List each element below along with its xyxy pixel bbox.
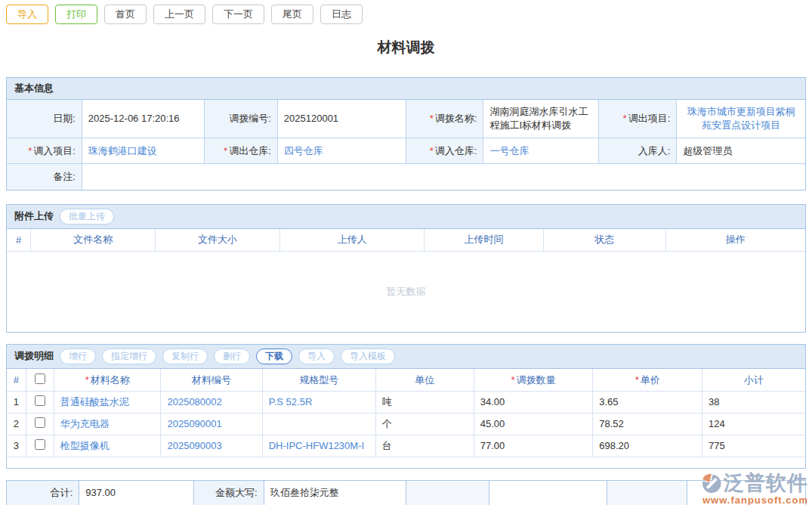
row-select-cell — [26, 391, 54, 413]
in-project-link[interactable]: 珠海鹤港口建设 — [88, 145, 157, 156]
qty-cell[interactable]: 34.00 — [474, 391, 592, 413]
transfer-name-value: 湖南洞庭湖水库引水工程施工I标材料调拨 — [483, 100, 598, 138]
fanpu-url-text: www.fanpusoft.com — [700, 495, 808, 505]
material-code-link[interactable]: 2025090001 — [167, 418, 221, 429]
unit-cell: 个 — [375, 413, 474, 435]
transfer-name-label: *调拨名称: — [406, 100, 483, 138]
next-page-button[interactable]: 下一页 — [212, 5, 264, 24]
attach-col-index: # — [7, 229, 31, 251]
delete-row-button[interactable]: 删行 — [214, 349, 250, 365]
row-index: 3 — [7, 435, 26, 457]
material-code-cell: 2025090001 — [161, 413, 262, 435]
material-code-link[interactable]: 2025080002 — [167, 396, 221, 407]
download-button[interactable]: 下载 — [256, 349, 292, 365]
detail-col-subtotal: 小计 — [702, 369, 805, 391]
row-select-cell — [26, 435, 54, 457]
prev-page-button[interactable]: 上一页 — [153, 5, 205, 24]
out-project-cell: 珠海市城市更新项目紫桐苑安置点设计项目 — [677, 100, 805, 138]
in-warehouse-label: *调入仓库: — [406, 138, 483, 164]
fanpu-logo-icon — [700, 472, 721, 494]
unit-cell: 吨 — [375, 391, 474, 413]
attachments-section: 附件上传 批量上传 # 文件名称 文件大小 上传人 上传时间 状态 操作 暂无数… — [6, 204, 806, 333]
attachments-title: 附件上传 — [14, 209, 54, 223]
fanpu-brand-text: 泛普软件 — [724, 473, 808, 494]
attachments-empty-state: 暂无数据 — [7, 252, 805, 332]
out-warehouse-link[interactable]: 四号仓库 — [284, 145, 323, 156]
detail-col-price: *单价 — [593, 369, 702, 391]
unit-cell: 台 — [375, 435, 474, 457]
toolbar: 导入 打印 首页 上一页 下一页 尾页 日志 — [0, 0, 812, 29]
row-checkbox[interactable] — [35, 417, 45, 428]
footer-empty-cell — [489, 480, 607, 505]
detail-col-qty: *调拨数量 — [474, 369, 592, 391]
log-button[interactable]: 日志 — [320, 5, 363, 24]
price-cell[interactable]: 78.52 — [593, 413, 702, 435]
out-project-link[interactable]: 珠海市城市更新项目紫桐苑安置点设计项目 — [687, 106, 795, 131]
row-index: 1 — [7, 391, 26, 413]
material-transfer-page: 导入 打印 首页 上一页 下一页 尾页 日志 材料调拨 基本信息 日期: 202… — [0, 0, 812, 505]
amount-words-label: 金额大写: — [193, 480, 264, 505]
attach-col-uploadtime: 上传时间 — [425, 229, 543, 251]
spec-cell: P.S 52.5R — [262, 391, 375, 413]
date-label: 日期: — [7, 100, 82, 138]
detail-col-code: 材料编号 — [161, 369, 262, 391]
import-button[interactable]: 导入 — [6, 5, 48, 24]
batch-upload-button[interactable]: 批量上传 — [60, 209, 114, 225]
material-name-link[interactable]: 华为充电器 — [60, 418, 110, 429]
basic-info-table: 日期: 2025-12-06 17:20:16 调拨编号: 2025120001… — [7, 100, 805, 190]
detail-row: 3 枪型摄像机 2025090003 DH-IPC-HFW1230M-I 台 7… — [7, 435, 805, 457]
in-warehouse-link[interactable]: 一号仓库 — [489, 145, 529, 156]
details-bottom-padding — [7, 457, 805, 468]
spec-cell — [262, 413, 375, 435]
date-value: 2025-12-06 17:20:16 — [82, 100, 204, 138]
spec-link[interactable]: DH-IPC-HFW1230M-I — [269, 440, 364, 451]
first-page-button[interactable]: 首页 — [104, 5, 147, 24]
last-page-button[interactable]: 尾页 — [271, 5, 313, 24]
spec-cell: DH-IPC-HFW1230M-I — [262, 435, 375, 457]
remark-value[interactable] — [82, 164, 805, 190]
row-checkbox[interactable] — [35, 395, 45, 406]
material-name-link[interactable]: 枪型摄像机 — [60, 440, 110, 451]
material-name-cell: 枪型摄像机 — [54, 435, 161, 457]
remark-label: 备注: — [7, 164, 82, 190]
details-table: # *材料名称 材料编号 规格型号 单位 *调拨数量 *单价 小计 1 普通硅酸… — [7, 369, 805, 457]
qty-cell[interactable]: 45.00 — [474, 413, 592, 435]
insert-row-button[interactable]: 指定增行 — [102, 349, 156, 365]
subtotal-cell: 124 — [702, 413, 805, 435]
in-project-cell: 珠海鹤港口建设 — [82, 138, 204, 164]
fanpu-watermark: 泛普软件 www.fanpusoft.com — [700, 472, 808, 505]
attach-col-status: 状态 — [543, 229, 665, 251]
row-index: 2 — [7, 413, 26, 435]
qty-cell[interactable]: 77.00 — [474, 435, 592, 457]
footer-empty-cell — [406, 480, 489, 505]
footer-empty-cell — [607, 480, 687, 505]
print-button[interactable]: 打印 — [55, 5, 97, 24]
page-title: 材料调拨 — [0, 38, 812, 57]
receiver-value: 超级管理员 — [677, 138, 805, 164]
add-row-button[interactable]: 增行 — [60, 349, 96, 365]
out-project-label: *调出项目: — [598, 100, 677, 138]
price-cell[interactable]: 3.65 — [593, 391, 702, 413]
attach-col-filename: 文件名称 — [31, 229, 156, 251]
spec-link[interactable]: P.S 52.5R — [269, 396, 313, 407]
price-cell[interactable]: 698.20 — [593, 435, 702, 457]
out-warehouse-label: *调出仓库: — [204, 138, 277, 164]
copy-row-button[interactable]: 复制行 — [162, 349, 208, 365]
details-section: 调拨明细 增行 指定增行 复制行 删行 下载 导入 导入模板 # *材料名称 材… — [6, 344, 806, 469]
transfer-no-label: 调拨编号: — [204, 100, 277, 138]
detail-col-spec: 规格型号 — [262, 369, 375, 391]
select-all-checkbox[interactable] — [35, 373, 45, 384]
material-name-link[interactable]: 普通硅酸盐水泥 — [60, 396, 129, 407]
attachments-table: # 文件名称 文件大小 上传人 上传时间 状态 操作 — [7, 229, 805, 252]
detail-import-button[interactable]: 导入 — [298, 349, 335, 365]
material-code-link[interactable]: 2025090003 — [167, 440, 221, 451]
detail-row: 1 普通硅酸盐水泥 2025080002 P.S 52.5R 吨 34.00 3… — [7, 391, 805, 413]
in-project-label: *调入项目: — [7, 138, 82, 164]
material-code-cell: 2025090003 — [161, 435, 262, 457]
import-template-button[interactable]: 导入模板 — [341, 349, 395, 365]
subtotal-cell: 775 — [702, 435, 805, 457]
row-checkbox[interactable] — [35, 439, 45, 450]
total-label: 合计: — [7, 480, 79, 505]
material-name-cell: 华为充电器 — [54, 413, 161, 435]
detail-col-name: *材料名称 — [54, 369, 161, 391]
